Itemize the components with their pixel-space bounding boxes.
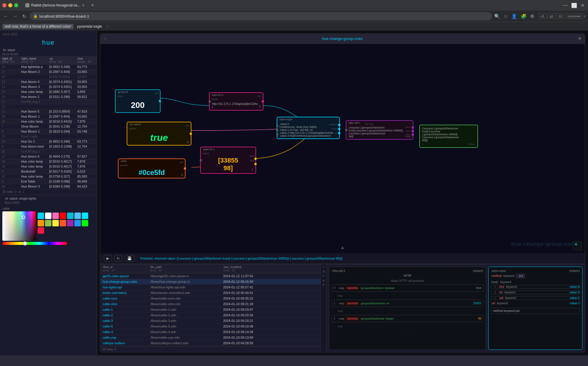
bookmark-icon[interactable]: ☆	[504, 14, 508, 19]
table-row[interactable]: 17 Hue bloom 6 [0.4904 0.275] 57,827	[0, 154, 97, 159]
color-swatch[interactable]	[74, 220, 81, 226]
flow-diagram-area[interactable]: :group-id input 200 out :open-fn-2 value…	[100, 44, 585, 253]
color-picker-dot[interactable]	[22, 215, 25, 219]
table-row[interactable]: 9 Hue bloom bool [0.1803 0.1298] 12,754	[0, 144, 97, 149]
color-swatch[interactable]	[67, 213, 74, 219]
profile-icon[interactable]: 👤	[511, 14, 517, 19]
maximize-button[interactable]	[14, 3, 18, 7]
color-swatch[interactable]	[38, 227, 44, 234]
settings-icon[interactable]: ⚙	[530, 14, 534, 19]
refresh-button[interactable]: ↻	[114, 255, 122, 262]
new-tab-button[interactable]: +	[89, 2, 96, 9]
bookmark-add-icon[interactable]: +	[106, 24, 109, 29]
table-row[interactable]: 25 Hue Go 1 [0.4852 0.346] 63,773	[0, 139, 97, 144]
window-controls[interactable]	[2, 3, 18, 7]
table-row[interactable]: 24 Hue color lamp [0.2882 0.357] 2,893	[0, 89, 97, 94]
table-row[interactable]: 14 Hue lightstrip p [0.4852 0.346] 63,77…	[0, 64, 97, 69]
color-swatch[interactable]	[45, 220, 51, 226]
toggle-icon-4[interactable]: ▲	[322, 279, 325, 282]
url-bar[interactable]: 🔒 localhost:8000/#/hue-board-1	[30, 12, 492, 20]
table-row[interactable]: 11 Hue Bloom 3 [0.3374 0.4351] 33,855	[0, 84, 97, 89]
table-row[interactable]: 23	[0, 104, 97, 109]
play-button[interactable]: ▶	[104, 255, 112, 262]
node-http-call[interactable]: :http-call-1 [:success {:groups200action…	[346, 120, 413, 140]
toolbar-n1[interactable]: n1	[557, 14, 564, 19]
table-row[interactable]: 10 Hue bloom 2 [0.5321 0.288] 58,822	[0, 94, 97, 99]
browser-tab[interactable]: Rabbit (famous-hexagonal-se... ×	[22, 1, 88, 10]
file-row[interactable]: hue-lights-api ./flows/hue-lights-api.ed…	[100, 285, 320, 290]
toggle-icon-2[interactable]: ⊞	[323, 270, 325, 273]
table-row[interactable]: 26 Hue Bloom 1 [0.2987 0.404] 33,855	[0, 114, 97, 119]
tab-close-icon[interactable]: ×	[82, 3, 84, 8]
color-swatch[interactable]	[52, 213, 59, 219]
table-row[interactable]: 13 Hue bloom 5 [0.153 0.0854] 47,818	[0, 109, 97, 114]
node-on-switch[interactable]: :on-switch param true out ⊞	[127, 122, 191, 146]
toggle-icon-3[interactable]: •	[323, 274, 324, 278]
table-row[interactable]: 29 Hue Bloom 3 [0.6384 0.298] 64,423	[0, 184, 97, 189]
file-row[interactable]: callie-5 ./flows/callie-5.edn 2024-01-10…	[100, 324, 320, 329]
color-swatch[interactable]	[52, 220, 59, 226]
table-row[interactable]: 19 Hue color lamp [0.5016 0.4617] 7,876	[0, 164, 97, 169]
color-picker-area[interactable]	[2, 211, 36, 241]
table-row[interactable]: 15 Hue color lamp [0.5758 0.327] 85,083	[0, 174, 97, 179]
node-group-id[interactable]: :group-id input 200 out	[115, 89, 161, 113]
file-row[interactable]: callie-yup ./flows/callie-yup.edn 2024-0…	[100, 335, 320, 340]
table-row[interactable]: 27 Hue Bloom 2 [0.2987 0.404] 33,855	[0, 69, 97, 74]
toolbar-e1[interactable]: e1	[539, 14, 547, 19]
color-swatch[interactable]	[38, 213, 44, 219]
color-swatch[interactable]	[45, 213, 51, 219]
file-row[interactable]: gpt35-color-parser ./flows/gpt35-color-p…	[100, 273, 320, 279]
file-row[interactable]: callie-2 ./flows/callie-2.edn 2024-01-10…	[100, 312, 320, 318]
minimize-button[interactable]	[8, 3, 12, 7]
table-row[interactable]: 6 End Table [0.1598 0.088] 48,698	[0, 179, 97, 184]
color-swatch[interactable]	[74, 213, 81, 219]
file-row[interactable]: calliope-outliers ./flows/calliope-outli…	[100, 340, 320, 346]
file-row[interactable]: hue-change-group-color ./flows/hue-chang…	[100, 279, 320, 285]
hue-slider[interactable]	[2, 242, 67, 245]
modal-close-button[interactable]: ×	[578, 36, 581, 42]
file-row[interactable]: callie-sure ./flows/callie-sure.edn 2024…	[100, 296, 320, 301]
table-row[interactable]: 20 On/Off plug 1	[0, 149, 97, 154]
table-row[interactable]: 18 Hue color lamp [0.5016 0.4415] 7,876	[0, 119, 97, 124]
color-swatch[interactable]	[82, 220, 88, 226]
table-row[interactable]: 7 Shoe Bloom [0.3041 0.238] 12,754	[0, 124, 97, 129]
forward-button[interactable]: →	[12, 12, 19, 20]
table-row[interactable]: 21 On/Off plug 2	[0, 99, 97, 104]
table-row[interactable]: 8 Hue Bloom 1 [0.3919 0.294] 53,748	[0, 129, 97, 134]
search-icon[interactable]: 🔍	[494, 14, 500, 19]
close-window-btn[interactable]: ✕	[579, 1, 586, 9]
node-open-fn-1[interactable]: :open-fn-1 value [3385598] :dx0 :dx1 Σ	[200, 147, 256, 174]
toolbar-noncover[interactable]: noncover	[565, 14, 583, 19]
toolbar-g1[interactable]: g1	[548, 14, 555, 19]
toolbar-more-icon[interactable]: ›	[584, 14, 586, 19]
table-row[interactable]: 28 Hue color lamp [0.5016 0.4617] 7,876	[0, 159, 97, 164]
node-color[interactable]: :color param #0ce5fd out ⊞	[118, 158, 186, 178]
color-swatch[interactable]	[82, 213, 88, 219]
minimize-window-btn[interactable]: —	[562, 1, 569, 9]
node-open-input[interactable]: :open-input :value-0 {:method put, :body…	[277, 117, 340, 139]
restore-window-btn[interactable]: ⬜	[570, 1, 578, 9]
toggle-icon-1[interactable]: ≡	[323, 265, 325, 269]
color-swatch[interactable]	[60, 220, 66, 226]
minimap[interactable]	[573, 241, 582, 250]
back-button[interactable]: ←	[2, 12, 9, 20]
node-open-fn-2[interactable]: :open-fn-2 value http://10.174.1.174/api…	[209, 92, 263, 111]
collapse-button[interactable]: ▲	[340, 245, 345, 250]
file-row[interactable]: tester-overrides1 ./flows/tester-overrid…	[100, 290, 320, 296]
bookmark-item-2[interactable]: pyramidal eagle	[75, 24, 104, 29]
color-swatch[interactable]	[38, 220, 44, 226]
hue-slider-thumb[interactable]	[23, 241, 27, 245]
extensions-icon[interactable]: 🧩	[521, 14, 527, 19]
file-row[interactable]: callie-ufos ./flows/callie-ufos.edn 2024…	[100, 301, 320, 307]
file-row[interactable]: callie-4 ./flows/callie-4.edn 2024-01-10…	[100, 329, 320, 335]
close-button[interactable]	[2, 3, 6, 7]
color-swatch[interactable]	[67, 220, 74, 226]
color-swatch[interactable]	[60, 213, 66, 219]
bookmark-item-1[interactable]: well now, that's a horse of a different …	[2, 24, 74, 29]
reload-button[interactable]: ↻	[21, 12, 27, 20]
toggle-icon-5[interactable]: ▼	[322, 283, 325, 286]
save-button[interactable]: 💾	[125, 255, 134, 262]
file-row[interactable]: callie-1 ./flows/callie-1.edn 2024-01-10…	[100, 307, 320, 312]
table-row[interactable]: 16 [0.502 0.4204] 12,057	[0, 74, 97, 79]
table-row[interactable]: 22 Porch Light	[0, 134, 97, 139]
